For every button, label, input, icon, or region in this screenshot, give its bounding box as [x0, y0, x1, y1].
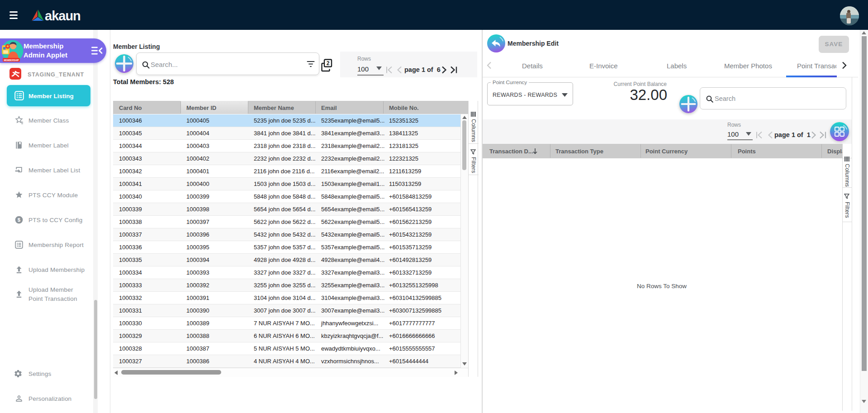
svg-text:MEMBERSHIP: MEMBERSHIP	[4, 59, 19, 62]
svg-text:$: $	[18, 217, 21, 223]
svg-text:2: 2	[327, 60, 330, 66]
